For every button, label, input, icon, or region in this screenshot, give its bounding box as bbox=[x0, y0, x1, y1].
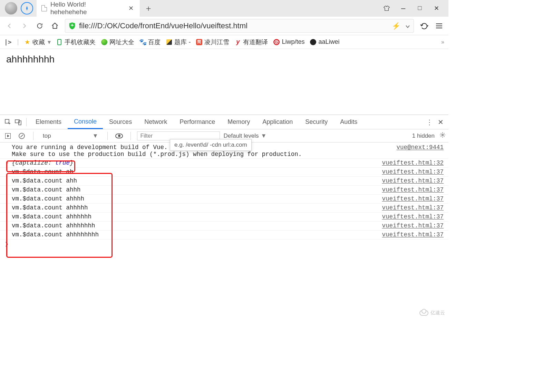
device-toggle-button[interactable] bbox=[13, 117, 23, 127]
hamburger-menu-button[interactable] bbox=[434, 21, 444, 31]
bookmark-mobile[interactable]: 手机收藏夹 bbox=[56, 38, 96, 46]
bolt-icon[interactable]: ⚡ bbox=[392, 22, 400, 30]
console-text: {captalize: bbox=[12, 159, 55, 166]
devtools-menu-button[interactable]: ⋮ bbox=[426, 118, 433, 126]
skin-icon[interactable] bbox=[384, 5, 390, 11]
log-levels-select[interactable]: Default levels▼ bbox=[223, 133, 267, 139]
console-text: vm.$data.count ahhhhhhh bbox=[12, 222, 382, 229]
source-link[interactable]: vueiftest.html:32 bbox=[382, 159, 444, 166]
globe-icon bbox=[101, 39, 107, 45]
maximize-button[interactable]: □ bbox=[417, 5, 423, 11]
console-text: true bbox=[55, 159, 70, 166]
console-prompt[interactable]: ❯ bbox=[0, 239, 448, 248]
bookmark-github[interactable]: aaLiwei bbox=[310, 38, 339, 46]
bookmark-label: 有道翻译 bbox=[243, 38, 268, 46]
tab-sources[interactable]: Sources bbox=[103, 116, 138, 128]
watermark: 亿速云 bbox=[419, 310, 445, 316]
bookmark-label: aaLiwei bbox=[318, 38, 339, 46]
source-link[interactable]: vueiftest.html:37 bbox=[382, 213, 444, 220]
github-icon bbox=[310, 39, 316, 45]
minimize-button[interactable]: – bbox=[400, 5, 406, 11]
bookmarks-overflow-button[interactable]: » bbox=[441, 39, 444, 45]
source-link[interactable]: vueiftest.html:37 bbox=[382, 177, 444, 184]
browser-tab[interactable]: Hello World! hehehehehe ✕ bbox=[37, 0, 140, 17]
tab-audits[interactable]: Audits bbox=[334, 116, 364, 128]
bookmark-favorites[interactable]: ★收藏▾ bbox=[24, 38, 51, 46]
new-tab-button[interactable]: ＋ bbox=[140, 0, 157, 17]
source-link[interactable]: vueiftest.html:37 bbox=[382, 186, 444, 193]
context-label: top bbox=[43, 133, 51, 139]
tab-application[interactable]: Application bbox=[256, 116, 299, 128]
url-dropdown-icon[interactable] bbox=[405, 21, 410, 30]
console-row-log: vm.$data.count ahhhhhvueiftest.html:37 bbox=[0, 204, 448, 213]
g-icon: G bbox=[273, 39, 280, 45]
source-link[interactable]: vueiftest.html:37 bbox=[382, 204, 444, 211]
home-button[interactable] bbox=[50, 21, 60, 31]
console-row-log: vm.$data.count ahhhvueiftest.html:37 bbox=[0, 186, 448, 195]
source-link[interactable]: vueiftest.html:37 bbox=[382, 195, 444, 202]
clear-console-button[interactable] bbox=[17, 131, 27, 141]
sidebar-toggle-icon[interactable]: |> bbox=[4, 38, 12, 46]
tab-title: Hello World! hehehehehe bbox=[50, 1, 124, 16]
console-row-object[interactable]: {captalize: true} vueiftest.html:32 bbox=[0, 159, 448, 168]
console-settings-button[interactable] bbox=[439, 132, 446, 140]
close-window-button[interactable]: ✕ bbox=[433, 5, 439, 11]
url-bar[interactable]: file:///D:/OK/Code/frontEnd/vueHello/vue… bbox=[65, 19, 414, 33]
bookmark-liwp[interactable]: GLiwp/tes bbox=[273, 38, 304, 46]
source-link[interactable]: vue@next:9441 bbox=[396, 144, 444, 151]
tab-elements[interactable]: Elements bbox=[29, 116, 68, 128]
navbar: file:///D:/OK/Code/frontEnd/vueHello/vue… bbox=[0, 17, 448, 35]
shield-icon bbox=[69, 22, 76, 30]
tab-performance[interactable]: Performance bbox=[173, 116, 221, 128]
forward-button[interactable] bbox=[19, 21, 30, 31]
bookmark-360[interactable]: 网址大全 bbox=[101, 38, 134, 46]
bookmarks-bar: |> | ★收藏▾ 手机收藏夹 网址大全 🐾百度 题库 - 简凌川江雪 y有道翻… bbox=[0, 35, 448, 49]
source-link[interactable]: vueiftest.html:37 bbox=[382, 231, 444, 238]
source-link[interactable]: vueiftest.html:37 bbox=[382, 222, 444, 229]
console-row-log: vm.$data.count ahhhhhhhvueiftest.html:37 bbox=[0, 222, 448, 231]
console-row-log: vm.$data.count ahvueiftest.html:37 bbox=[0, 168, 448, 177]
bookmark-label: 网址大全 bbox=[109, 38, 134, 46]
tab-memory[interactable]: Memory bbox=[221, 116, 256, 128]
context-select[interactable]: top▼ bbox=[40, 131, 101, 140]
bookmark-label: Liwp/tes bbox=[282, 38, 304, 46]
filter-hint-tooltip: e.g. /event\d/ -cdn url:a.com bbox=[170, 139, 252, 151]
svg-marker-0 bbox=[26, 6, 28, 11]
console-text: vm.$data.count ahhhhhhhh bbox=[12, 231, 382, 238]
browser-logo-icon[interactable] bbox=[21, 2, 33, 14]
bookmark-baidu[interactable]: 🐾百度 bbox=[140, 38, 161, 46]
jian-icon: 简 bbox=[196, 39, 202, 45]
console-row-log: vm.$data.count ahhhhvueiftest.html:37 bbox=[0, 195, 448, 204]
live-expression-button[interactable] bbox=[114, 131, 124, 141]
profile-avatar[interactable] bbox=[5, 2, 17, 14]
tab-security[interactable]: Security bbox=[299, 116, 334, 128]
source-link[interactable]: vueiftest.html:37 bbox=[382, 168, 444, 175]
tab-close-button[interactable]: ✕ bbox=[127, 4, 135, 13]
console-row-log: vm.$data.count ahhhhhhvueiftest.html:37 bbox=[0, 213, 448, 222]
page-body-text: ahhhhhhhh bbox=[6, 54, 55, 65]
undo-close-button[interactable]: ▾ bbox=[419, 21, 429, 31]
reload-button[interactable] bbox=[35, 21, 45, 31]
console-text: vm.$data.count ahhh bbox=[12, 186, 382, 193]
tab-network[interactable]: Network bbox=[138, 116, 173, 128]
page-content: ahhhhhhhh bbox=[0, 49, 448, 115]
y-icon: y bbox=[235, 39, 241, 45]
star-icon: ★ bbox=[24, 39, 30, 45]
hidden-count[interactable]: 1 hidden bbox=[412, 133, 435, 139]
watermark-text: 亿速云 bbox=[430, 310, 445, 316]
console-toolbar: top▼ Default levels▼ e.g. /event\d/ -cdn… bbox=[0, 129, 448, 143]
bookmark-youdao[interactable]: y有道翻译 bbox=[235, 38, 268, 46]
console-text: vm.$data.count ahhhhh bbox=[12, 204, 382, 211]
paw-icon: 🐾 bbox=[140, 39, 146, 45]
console-text: vm.$data.count ahhhh bbox=[12, 195, 382, 202]
inspect-element-button[interactable] bbox=[3, 117, 13, 127]
devtools-close-button[interactable]: ✕ bbox=[438, 118, 444, 126]
console-sidebar-toggle[interactable] bbox=[3, 131, 13, 141]
bookmark-jianshu[interactable]: 简凌川江雪 bbox=[196, 38, 229, 46]
console-text: } bbox=[70, 159, 74, 166]
tab-console[interactable]: Console bbox=[68, 115, 103, 129]
bookmark-tiku[interactable]: 题库 - bbox=[166, 38, 191, 46]
back-button[interactable] bbox=[4, 21, 14, 31]
pencil-icon bbox=[166, 39, 172, 45]
phone-icon bbox=[56, 39, 62, 45]
